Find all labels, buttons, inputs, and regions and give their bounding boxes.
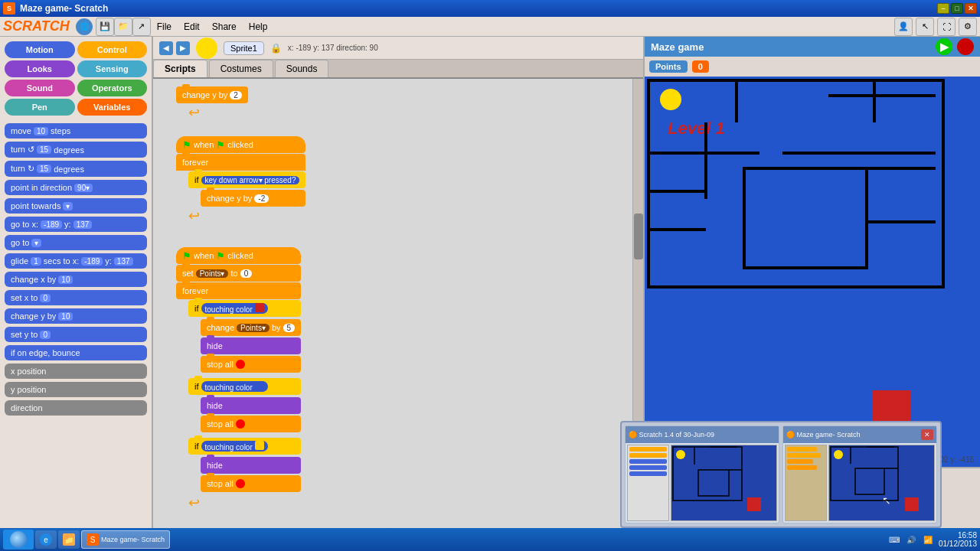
block-if-touch-red[interactable]: if touching color [188, 300, 301, 317]
block-set-x[interactable]: set x to 0 [5, 290, 147, 305]
block-when-clicked-1[interactable]: ⚑ when ⚑ clicked [176, 136, 305, 153]
stage-header: Maze game ▶ [645, 37, 980, 57]
block-change-y[interactable]: change y by 10 [5, 308, 147, 324]
tab-sounds[interactable]: Sounds [275, 60, 329, 77]
lock-icon: 🔒 [270, 43, 282, 54]
block-turn-cw[interactable]: turn ↻ 15 degrees [5, 161, 147, 177]
taskbar-scratch[interactable]: S Maze game- Scratch [81, 530, 170, 549]
block-move-steps[interactable]: move 10 steps [5, 123, 147, 139]
scrollbar-thumb[interactable] [634, 214, 643, 259]
category-control[interactable]: Control [77, 41, 148, 58]
block-change-y-neg2[interactable]: change y by -2 [201, 190, 305, 207]
nav-right[interactable]: ▶ [176, 41, 190, 55]
title-bar: S Maze game- Scratch – □ ✕ [0, 0, 980, 17]
block-change-y-2[interactable]: change y by 2 [176, 86, 248, 103]
block-point-towards[interactable]: point towards ▾ [5, 198, 147, 214]
category-variables[interactable]: Variables [77, 99, 148, 116]
category-pen[interactable]: Pen [5, 99, 75, 116]
block-hide-2[interactable]: hide [201, 397, 301, 414]
block-if-down[interactable]: if key down arrow▾ pressed? [188, 171, 305, 188]
block-hide-1[interactable]: hide [201, 337, 301, 354]
block-stop-all-1[interactable]: stop all [201, 356, 301, 373]
block-if-touch-yellow[interactable]: if touching color [188, 438, 301, 455]
category-operators[interactable]: Operators [77, 80, 148, 96]
red-stop-button[interactable] [957, 38, 974, 55]
block-forever-2[interactable]: forever [176, 282, 301, 299]
scratch-taskbar-icon: S [87, 533, 99, 546]
points-value: 0 [692, 60, 709, 73]
clock: 16:58 01/12/2013 [939, 531, 977, 548]
block-change-x[interactable]: change x by 10 [5, 272, 147, 287]
block-forever-1[interactable]: forever [176, 154, 305, 171]
block-set-points[interactable]: set Points▾ to 0 [176, 265, 301, 282]
network-icon: 📶 [922, 533, 934, 546]
menu-edit[interactable]: Edit [178, 20, 206, 34]
block-glide[interactable]: glide 1 secs to x: -189 y: 137 [5, 253, 147, 269]
green-flag-button[interactable]: ▶ [936, 38, 952, 55]
person-icon[interactable]: 👤 [894, 18, 913, 36]
block-goto-xy[interactable]: go to x: -189 y: 137 [5, 217, 147, 232]
popup-close-button[interactable]: ✕ [921, 429, 933, 440]
block-hide-3[interactable]: hide [201, 457, 301, 474]
sprite-name[interactable]: Sprite1 [224, 41, 264, 55]
thumb-stage-scratch14 [671, 445, 777, 521]
menu-file[interactable]: File [151, 20, 178, 34]
block-stop-all-3[interactable]: stop all [201, 475, 301, 492]
svg-rect-16 [698, 470, 729, 496]
block-stop-all-2[interactable]: stop all [201, 416, 301, 432]
speaker-icon[interactable]: 🔊 [905, 533, 917, 546]
settings-icon[interactable]: ⚙ [959, 18, 977, 36]
taskbar-explorer[interactable]: 📁 [58, 530, 80, 549]
block-x-pos[interactable]: x position [5, 364, 147, 379]
block-y-pos[interactable]: y position [5, 382, 147, 397]
stage-canvas[interactable]: Level 1 [645, 77, 980, 467]
folder-taskbar-icon: 📁 [63, 533, 75, 546]
block-when-clicked-2[interactable]: ⚑ when ⚑ clicked [176, 247, 301, 264]
thumb-stage-maze: ↖ [828, 445, 935, 521]
category-motion[interactable]: Motion [5, 41, 75, 58]
close-button[interactable]: ✕ [965, 3, 977, 14]
taskbar-right: ⌨ 🔊 📶 16:58 01/12/2013 [888, 531, 977, 548]
block-if-touch-blue[interactable]: if touching color [188, 378, 301, 395]
taskbar-ie[interactable]: e [35, 530, 57, 549]
block-turn-ccw[interactable]: turn ↺ 15 degrees [5, 142, 147, 158]
tab-costumes[interactable]: Costumes [209, 60, 273, 77]
points-label: Points [649, 60, 688, 73]
thumb-maze [671, 445, 776, 520]
block-change-points[interactable]: change Points▾ by 5 [201, 319, 301, 336]
sprite-preview-icon [196, 37, 217, 59]
block-point-direction[interactable]: point in direction 90▾ [5, 180, 147, 195]
popup-scratch14[interactable]: 🟠 Scratch 1.4 of 30-Jun-09 [625, 425, 779, 523]
start-button[interactable] [3, 530, 34, 549]
block-direction[interactable]: direction [5, 400, 147, 416]
category-looks[interactable]: Looks [5, 60, 75, 77]
menu-help[interactable]: Help [243, 20, 274, 34]
scripts-canvas: change y by 2 ↩ ⚑ when ⚑ clicked forever… [153, 79, 643, 528]
nav-left[interactable]: ◀ [159, 41, 173, 55]
script-group-2: ⚑ when ⚑ clicked forever if key down arr… [176, 136, 305, 224]
stage-title: Maze game [651, 41, 704, 53]
ie-icon: e [40, 533, 52, 546]
clock-time: 16:58 [958, 531, 977, 540]
category-sensing[interactable]: Sensing [77, 60, 148, 77]
block-goto[interactable]: go to ▾ [5, 235, 147, 250]
tab-scripts[interactable]: Scripts [153, 60, 207, 77]
points-bar: Points 0 [645, 57, 980, 77]
fullscreen-icon[interactable]: ⛶ [937, 18, 956, 36]
popup-mazegame[interactable]: 🟠 Maze game- Scratch ✕ ↖ [782, 425, 937, 523]
minimize-button[interactable]: – [937, 3, 949, 14]
category-sound[interactable]: Sound [5, 80, 75, 96]
globe-button[interactable]: 🌐 [76, 18, 93, 35]
menu-bar: SCRATCH 🌐 💾 📁 ↗ File Edit Share Help 👤 ↖… [0, 17, 980, 37]
block-set-y[interactable]: set y to 0 [5, 327, 147, 342]
cursor-icon[interactable]: ↖ [916, 18, 934, 36]
menu-share[interactable]: Share [206, 20, 243, 34]
save-icon[interactable]: 💾 [96, 18, 114, 36]
script-group-1: change y by 2 ↩ [176, 86, 248, 121]
maze-container: Level 1 [645, 77, 980, 467]
block-bounce[interactable]: if on edge, bounce [5, 345, 147, 360]
tabs: Scripts Costumes Sounds [153, 60, 643, 79]
folder-icon[interactable]: 📁 [114, 18, 132, 36]
share-icon[interactable]: ↗ [132, 18, 151, 36]
maximize-button[interactable]: □ [951, 3, 963, 14]
